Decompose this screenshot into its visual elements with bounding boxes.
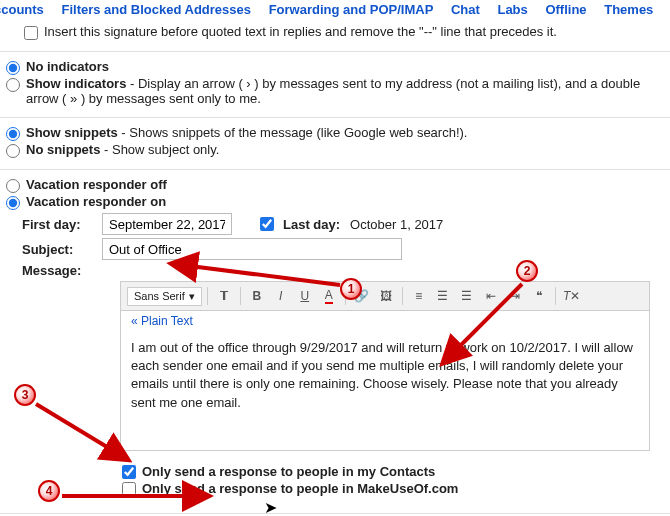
tab-themes[interactable]: Themes bbox=[604, 2, 653, 17]
tab-forwarding[interactable]: Forwarding and POP/IMAP bbox=[269, 2, 434, 17]
no-snippets-label: No snippets - Show subject only. bbox=[26, 142, 670, 157]
show-snippets-radio[interactable] bbox=[6, 127, 20, 141]
image-icon[interactable]: 🖼 bbox=[375, 286, 397, 306]
list-numbered-icon[interactable]: ☰ bbox=[432, 286, 454, 306]
text-color-icon[interactable]: A bbox=[318, 286, 340, 306]
subject-label: Subject: bbox=[4, 242, 102, 257]
last-day-label: Last day: bbox=[283, 217, 340, 232]
align-left-icon[interactable]: ≡ bbox=[408, 286, 430, 306]
show-indicators-radio[interactable] bbox=[6, 78, 20, 92]
indent-less-icon[interactable]: ⇤ bbox=[480, 286, 502, 306]
only-contacts-checkbox[interactable] bbox=[122, 465, 136, 479]
vacation-off-label: Vacation responder off bbox=[26, 177, 670, 192]
tab-offline[interactable]: Offline bbox=[545, 2, 586, 17]
last-day-checkbox[interactable] bbox=[260, 217, 274, 231]
no-indicators-label: No indicators bbox=[26, 59, 670, 74]
quote-icon[interactable]: ❝ bbox=[528, 286, 550, 306]
only-domain-checkbox[interactable] bbox=[122, 482, 136, 496]
vacation-on-radio[interactable] bbox=[6, 196, 20, 210]
message-editor: Sans Serif ▾ 𝗧 B I U A 🔗 🖼 ≡ ☰ ☰ ⇤ ⇥ ❝ T… bbox=[120, 281, 650, 451]
only-contacts-label: Only send a response to people in my Con… bbox=[142, 464, 435, 479]
indent-more-icon[interactable]: ⇥ bbox=[504, 286, 526, 306]
insert-signature-label: Insert this signature before quoted text… bbox=[44, 24, 670, 39]
show-indicators-label: Show indicators - Display an arrow ( › )… bbox=[26, 76, 670, 106]
vacation-on-label: Vacation responder on bbox=[26, 194, 670, 209]
italic-icon[interactable]: I bbox=[270, 286, 292, 306]
message-label: Message: bbox=[4, 263, 102, 278]
list-bulleted-icon[interactable]: ☰ bbox=[456, 286, 478, 306]
font-size-icon[interactable]: 𝗧 bbox=[213, 286, 235, 306]
last-day-value: October 1, 2017 bbox=[350, 217, 443, 232]
message-body[interactable]: I am out of the office through 9/29/2017… bbox=[120, 331, 650, 451]
first-day-label: First day: bbox=[4, 217, 102, 232]
underline-icon[interactable]: U bbox=[294, 286, 316, 306]
tab-filters[interactable]: Filters and Blocked Addresses bbox=[61, 2, 251, 17]
no-indicators-radio[interactable] bbox=[6, 61, 20, 75]
no-snippets-radio[interactable] bbox=[6, 144, 20, 158]
plain-text-link[interactable]: « Plain Text bbox=[120, 311, 650, 331]
insert-signature-checkbox[interactable] bbox=[24, 26, 38, 40]
bold-icon[interactable]: B bbox=[246, 286, 268, 306]
link-icon[interactable]: 🔗 bbox=[351, 286, 373, 306]
show-snippets-label: Show snippets - Shows snippets of the me… bbox=[26, 125, 670, 140]
subject-input[interactable] bbox=[102, 238, 402, 260]
font-picker[interactable]: Sans Serif ▾ bbox=[127, 287, 202, 306]
only-domain-label: Only send a response to people in MakeUs… bbox=[142, 481, 458, 496]
tab-accounts[interactable]: ccounts bbox=[0, 2, 44, 17]
settings-tabs: ccounts Filters and Blocked Addresses Fo… bbox=[0, 0, 670, 21]
vacation-off-radio[interactable] bbox=[6, 179, 20, 193]
first-day-input[interactable] bbox=[102, 213, 232, 235]
tab-chat[interactable]: Chat bbox=[451, 2, 480, 17]
chevron-down-icon: ▾ bbox=[189, 290, 195, 303]
clear-format-icon[interactable]: T✕ bbox=[561, 286, 583, 306]
editor-toolbar: Sans Serif ▾ 𝗧 B I U A 🔗 🖼 ≡ ☰ ☰ ⇤ ⇥ ❝ T… bbox=[120, 281, 650, 311]
tab-labs[interactable]: Labs bbox=[497, 2, 527, 17]
